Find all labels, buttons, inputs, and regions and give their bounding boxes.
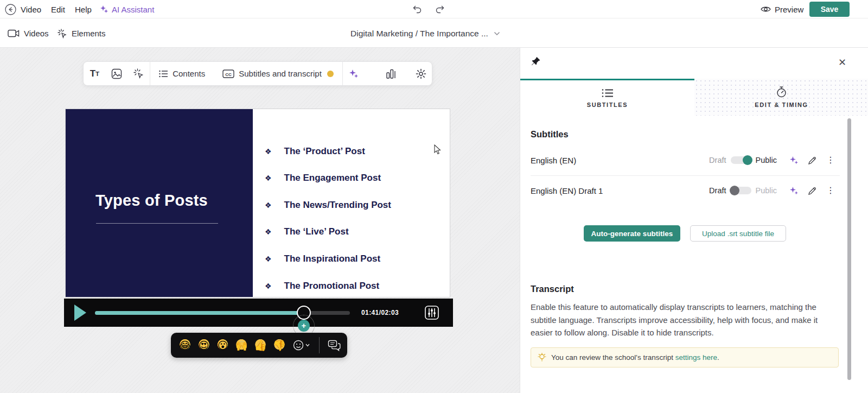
publish-toggle[interactable] <box>731 187 751 194</box>
mouse-cursor <box>434 144 442 155</box>
diamond-bullet: ❖ <box>265 255 272 263</box>
reaction-thumbs-down[interactable]: 👎 <box>272 338 287 353</box>
sparkles-icon <box>349 69 359 79</box>
tab-subtitles[interactable]: SUBTITLES <box>520 79 694 116</box>
videos-label: Videos <box>24 29 49 38</box>
video-camera-icon <box>8 29 20 37</box>
gear-icon <box>416 68 426 79</box>
tab-edit-timing-label: EDIT & TIMING <box>755 102 808 108</box>
list-item: ❖The Promotional Post <box>265 281 379 291</box>
back-arrow-icon <box>5 4 16 15</box>
diamond-bullet: ❖ <box>265 174 272 182</box>
tab-subtitles-label: SUBTITLES <box>587 102 628 108</box>
upload-srt-button[interactable]: Upload .srt subtitle file <box>690 225 786 242</box>
pushpin-icon <box>531 56 541 67</box>
sparkles-icon <box>789 156 799 165</box>
comments-button[interactable] <box>328 340 341 351</box>
videos-button[interactable]: Videos <box>8 19 49 48</box>
stopwatch-icon <box>776 86 787 98</box>
progress-bar[interactable] <box>95 311 350 315</box>
slide-title: Types of Posts <box>95 192 208 210</box>
reaction-raised-hands[interactable]: 🙌 <box>234 338 249 353</box>
transcript-info-box: You can review the school's transcript s… <box>531 347 839 367</box>
equalizer-icon <box>425 306 439 320</box>
comments-icon <box>328 340 341 351</box>
ai-assistant-label: AI Assistant <box>112 5 154 14</box>
more-options-button[interactable]: ⋮ <box>821 186 840 195</box>
save-button[interactable]: Save <box>809 2 850 17</box>
chevron-down-icon <box>494 31 500 36</box>
menu-edit[interactable]: Edit <box>51 0 65 18</box>
image-tool-button[interactable] <box>106 62 128 85</box>
more-options-button[interactable]: ⋮ <box>821 156 840 164</box>
text-tool-button[interactable]: TT <box>84 62 106 85</box>
close-panel-button[interactable]: ✕ <box>838 58 846 67</box>
list-item: ❖The News/Trending Post <box>265 200 391 211</box>
tab-edit-timing[interactable]: EDIT & TIMING <box>694 79 868 116</box>
bar-chart-icon <box>386 69 397 79</box>
panel-scrollbar[interactable] <box>847 118 851 380</box>
contents-button[interactable]: Contents <box>150 69 214 78</box>
transcript-description: Enable this feature to automatically dis… <box>531 301 841 339</box>
interactions-tool-button[interactable] <box>128 62 150 85</box>
preview-button[interactable]: Preview <box>761 0 803 18</box>
pencil-icon <box>808 186 817 195</box>
undo-icon[interactable] <box>412 5 423 14</box>
edit-subtitle-button[interactable] <box>803 186 821 195</box>
image-icon <box>111 68 122 79</box>
list-item: ❖The ‘Live’ Post <box>265 226 349 237</box>
elements-label: Elements <box>72 29 106 38</box>
subtitles-transcript-button[interactable]: CC Subtitles and transcript <box>214 69 342 78</box>
emoji-picker-button[interactable] <box>293 340 310 351</box>
ai-subtitle-button[interactable] <box>784 186 803 195</box>
transcript-heading: Transcript <box>531 284 574 294</box>
elements-button[interactable]: Elements <box>58 19 106 48</box>
slide-toolbar: TT Contents <box>83 61 432 86</box>
redo-icon[interactable] <box>435 5 445 14</box>
chevron-down-icon <box>305 344 310 347</box>
subtitles-list-icon <box>602 88 614 98</box>
panel-tabs: SUBTITLES EDIT & TIMING <box>520 79 868 116</box>
reaction-thumbs-up[interactable]: 👍 <box>253 338 268 353</box>
publish-toggle[interactable] <box>731 156 751 164</box>
playback-settings-button[interactable] <box>423 304 441 321</box>
video-editor-app: Video Edit Help AI Assistant <box>0 0 868 393</box>
subtitle-language: English (EN) Draft 1 <box>531 186 603 195</box>
contents-label: Contents <box>173 69 205 78</box>
auto-generate-subtitles-button[interactable]: Auto-generate subtitles <box>584 225 680 242</box>
reaction-heart-eyes[interactable]: 😍 <box>196 338 212 353</box>
ai-assistant-button[interactable]: AI Assistant <box>100 0 154 18</box>
eye-icon <box>761 5 771 13</box>
total-time: 02:03 <box>381 309 399 316</box>
preview-label: Preview <box>775 5 803 14</box>
ai-subtitle-button[interactable] <box>784 156 803 165</box>
analytics-button[interactable] <box>380 62 402 85</box>
magic-cursor-icon <box>58 29 67 39</box>
reaction-surprised[interactable]: 😮 <box>215 338 231 353</box>
reaction-bar: 😂 😍 😮 🙌 👍 👎 <box>171 333 347 358</box>
menu-video[interactable]: Video <box>21 0 41 18</box>
cc-icon: CC <box>222 69 234 78</box>
slide-title-panel: Types of Posts <box>66 109 253 297</box>
play-button[interactable] <box>74 305 86 321</box>
asset-toolbar: Videos Elements Digital Marketing / The … <box>0 19 868 48</box>
settings-link[interactable]: settings here <box>675 353 717 362</box>
breadcrumb[interactable]: Digital Marketing / The Importance ... <box>350 19 500 48</box>
back-button[interactable] <box>4 0 16 18</box>
pencil-icon <box>808 156 817 165</box>
sparkles-icon <box>100 5 108 14</box>
list-item: ❖The ‘Product’ Post <box>265 146 365 157</box>
menu-help[interactable]: Help <box>75 0 92 18</box>
smiley-icon <box>293 340 304 351</box>
svg-text:CC: CC <box>225 72 232 77</box>
list-item: ❖The Engagement Post <box>265 173 381 183</box>
ai-tools-button[interactable] <box>343 62 365 85</box>
pin-panel-button[interactable] <box>531 56 541 67</box>
subtitle-row-english-draft: English (EN) Draft 1 Draft Public ⋮ <box>531 175 840 206</box>
edit-subtitle-button[interactable] <box>803 156 821 165</box>
reaction-joy[interactable]: 😂 <box>177 338 193 353</box>
settings-button[interactable] <box>410 62 432 85</box>
draft-status-dot <box>327 71 334 77</box>
add-element-button[interactable]: + <box>298 320 310 332</box>
diamond-bullet: ❖ <box>265 282 272 290</box>
